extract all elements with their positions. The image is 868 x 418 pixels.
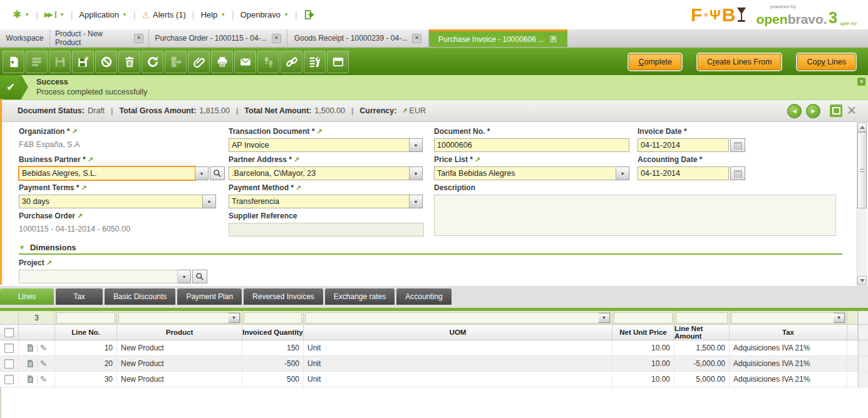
table-row[interactable]: ✎ 10 New Product 150 Unit 10.00 1,500.00… — [0, 340, 868, 356]
tab-goods-receipt[interactable]: Goods Receipt - 10000239 - 04-... ✕ — [287, 29, 429, 47]
new-document-button[interactable]: * — [3, 51, 24, 73]
link-arrow-icon[interactable]: ↗ — [475, 156, 480, 163]
link-arrow-icon[interactable]: ↗ — [316, 128, 322, 135]
link-arrow-icon[interactable]: ↗ — [296, 184, 301, 191]
chevron-down-icon[interactable]: ▼ — [203, 195, 216, 208]
chevron-down-icon[interactable]: ▼ — [834, 313, 845, 323]
chevron-down-icon[interactable]: ▼ — [410, 166, 423, 180]
select-all-checkbox[interactable] — [4, 328, 14, 337]
email-button[interactable] — [234, 51, 256, 73]
link-arrow-icon[interactable]: ↗ — [81, 184, 87, 191]
row-checkbox[interactable] — [4, 375, 14, 384]
close-tab-icon[interactable]: ✕ — [412, 34, 421, 43]
scroll-up-icon[interactable] — [857, 123, 867, 132]
dimensions-section-header[interactable]: ▼ Dimensions — [19, 243, 76, 252]
invoice-date-input[interactable] — [638, 138, 729, 152]
transaction-document-select[interactable]: AP Invoice — [229, 138, 410, 152]
tab-basic-discounts[interactable]: Basic Discounts — [105, 288, 175, 305]
col-uom[interactable]: UOM — [304, 325, 612, 340]
edit-pencil-icon[interactable]: ✎ — [40, 374, 48, 384]
undo-button[interactable] — [95, 51, 117, 73]
complete-button[interactable]: Complete — [629, 54, 681, 70]
document-no-input[interactable] — [434, 138, 629, 152]
chevron-down-icon[interactable]: ▼ — [410, 195, 423, 208]
tab-payment-plan[interactable]: Payment Plan — [177, 288, 242, 305]
workspace-menu[interactable]: ✱ ▼ — [6, 8, 36, 21]
tab-accounting[interactable]: Accounting — [396, 288, 451, 305]
business-partner-input[interactable] — [19, 166, 195, 180]
tab-exchange-rates[interactable]: Exchange rates — [325, 288, 395, 305]
chevron-down-icon[interactable]: ▼ — [195, 166, 209, 180]
table-row[interactable]: ✎ 30 New Product 500 Unit 10.00 5,000.00… — [0, 372, 868, 387]
col-line-net-amount[interactable]: Line Net Amount — [674, 325, 730, 340]
filter-line-no[interactable] — [56, 312, 115, 324]
logout-button[interactable] — [297, 9, 321, 20]
row-checkbox[interactable] — [4, 359, 14, 369]
create-lines-from-button[interactable]: Create Lines From — [698, 54, 782, 70]
chevron-down-icon[interactable]: ▼ — [178, 270, 191, 283]
calendar-icon[interactable] — [730, 166, 745, 180]
tab-reversed-invoices[interactable]: Reversed Invoices — [244, 288, 323, 305]
chevron-down-icon[interactable]: ▼ — [599, 313, 610, 323]
link-arrow-icon[interactable]: ↗ — [77, 212, 83, 220]
payment-method-select[interactable]: Transferencia — [229, 195, 410, 208]
refresh-button[interactable] — [142, 51, 163, 73]
search-icon[interactable] — [210, 166, 225, 180]
tab-lines[interactable]: Lines — [0, 288, 54, 305]
project-select[interactable] — [19, 270, 178, 283]
next-record-button[interactable]: ▶ — [806, 104, 820, 118]
close-tab-icon[interactable]: ✕ — [134, 34, 143, 43]
link-arrow-icon[interactable]: ↗ — [294, 156, 299, 163]
application-menu[interactable]: Application ▼ — [73, 10, 133, 19]
copy-lines-button[interactable]: Copy Lines — [797, 54, 855, 70]
notes-icon[interactable] — [26, 344, 34, 352]
save-and-close-button[interactable]: × — [72, 51, 94, 73]
alerts-menu[interactable]: ⚠ Alerts (1) — [135, 10, 192, 20]
quick-launch-menu[interactable]: ▶▶ ▼ — [38, 11, 71, 19]
filter-product[interactable]: ▼ — [118, 312, 240, 324]
openbravo-menu[interactable]: Openbravo ▼ — [234, 10, 295, 19]
col-line-no[interactable]: Line No. — [55, 325, 117, 340]
link-arrow-icon[interactable]: ↗ — [88, 156, 93, 163]
close-tab-icon[interactable]: ✕ — [549, 34, 558, 44]
dismiss-message-icon[interactable]: ✕ — [857, 78, 865, 86]
close-form-button[interactable]: ✕ — [847, 104, 857, 117]
maximize-form-button[interactable] — [830, 104, 842, 117]
col-net-unit-price[interactable]: Net Unit Price — [612, 325, 674, 340]
price-list-select[interactable]: Tarifa Bebidas Alegres — [434, 166, 616, 180]
print-button[interactable] — [211, 51, 233, 73]
scroll-down-icon[interactable] — [857, 276, 867, 285]
link-arrow-icon[interactable]: ↗ — [46, 259, 52, 267]
audit-trail-button[interactable] — [257, 51, 279, 73]
supplier-reference-input[interactable] — [229, 223, 424, 237]
col-tax[interactable]: Tax — [730, 325, 847, 340]
export-button[interactable] — [165, 51, 187, 73]
notes-icon[interactable] — [26, 359, 34, 368]
tab-workspace[interactable]: Workspace — [0, 29, 50, 47]
filter-line-net-amount[interactable] — [676, 312, 728, 324]
col-product[interactable]: Product — [117, 325, 242, 340]
delete-button[interactable] — [118, 51, 140, 73]
edit-in-grid-button[interactable] — [26, 51, 48, 73]
filter-tax[interactable]: ▼ — [731, 312, 845, 324]
table-row[interactable]: ✎ 20 New Product -500 Unit 10.00 -5,000.… — [0, 356, 868, 372]
description-textarea[interactable] — [434, 195, 836, 236]
calendar-icon[interactable] — [730, 138, 745, 152]
process-button[interactable] — [304, 51, 326, 73]
edit-pencil-icon[interactable]: ✎ — [40, 343, 48, 353]
tab-product[interactable]: Product - New Product ✕ — [50, 29, 149, 47]
chevron-down-icon[interactable]: ▼ — [229, 313, 240, 323]
form-scrollbar[interactable] — [857, 123, 867, 285]
notes-icon[interactable] — [26, 375, 34, 384]
accounting-date-input[interactable] — [638, 166, 729, 180]
close-tab-icon[interactable]: ✕ — [272, 34, 281, 43]
chevron-down-icon[interactable]: ▼ — [616, 166, 629, 180]
scrollbar-thumb[interactable] — [857, 132, 867, 208]
tab-purchase-order[interactable]: Purchase Order - 1000115 - 04-... ✕ — [149, 29, 287, 47]
link-button[interactable] — [281, 51, 302, 73]
edit-pencil-icon[interactable]: ✎ — [40, 359, 48, 369]
previous-record-button[interactable]: ◀ — [787, 104, 802, 118]
filter-net-unit-price[interactable] — [614, 312, 673, 324]
chevron-down-icon[interactable]: ▼ — [410, 138, 423, 152]
form-view-button[interactable] — [327, 51, 349, 73]
